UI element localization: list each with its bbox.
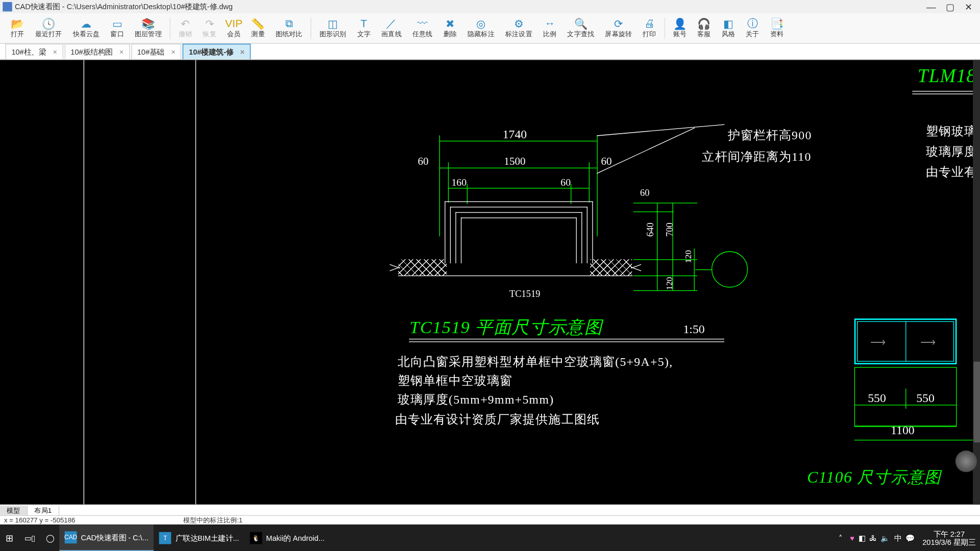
right-note: 玻璃厚度(5m [926,143,980,160]
tool-icon: 📑 [770,17,783,30]
tool-隐藏标注[interactable]: ◎隐藏标注 [462,16,500,41]
tool-图形识别[interactable]: ◫图形识别 [314,16,352,41]
close-button[interactable]: ✕ [960,1,978,13]
tool-icon: ◎ [474,17,487,30]
tool-label: 测量 [251,30,264,39]
drawing-canvas[interactable]: 1740 60 1500 60 160 60 护窗栏杆高900 立杆间净距离为1… [0,60,980,504]
tool-label: 屏幕旋转 [605,30,632,39]
tool-最近打开[interactable]: 🕓最近打开 [30,16,67,41]
tool-任意线[interactable]: 〰任意线 [407,16,438,41]
tray-icon[interactable]: ◧ [856,524,867,551]
note-line: 由专业有设计资质厂家提供施工图纸 [395,412,600,428]
dimension-640: 640 [645,222,656,237]
tool-icon: ◧ [722,17,735,30]
note-line: 北向凸窗采用塑料型材单框中空玻璃窗(5+9A+5), [398,354,673,370]
tool-关于[interactable]: ⓘ关于 [741,16,765,41]
tool-icon: VIP [227,17,240,30]
document-tabs: 10#柱、梁×10#板结构图×10#基础×10#楼建筑-修× [0,44,980,60]
tab-close-icon[interactable]: × [240,48,244,56]
tool-文字查找[interactable]: 🔍文字查找 [562,16,600,41]
cortana-icon[interactable]: ◯ [40,524,59,551]
taskbar-clock[interactable]: 下午 2:27 2019/3/6 星期三 [917,530,980,546]
tool-label: 资料 [770,30,783,39]
tool-label: 删除 [444,30,457,39]
tool-label: 文字查找 [567,30,594,39]
tool-画直线[interactable]: ／画直线 [376,16,407,41]
app-icon: T [159,532,172,544]
tab-10#板结构图[interactable]: 10#板结构图× [64,44,130,59]
taskbar-app[interactable]: CADCAD快速看图 - C:\... [59,524,154,551]
rail-spacing-note: 立杆间净距离为110 [702,149,811,165]
tool-会员[interactable]: VIP会员 [222,16,246,41]
tool-icon: 📂 [11,17,24,30]
tool-label: 快看云盘 [73,30,100,39]
layout-tabs: 模型 布局1 [0,505,980,515]
vertical-scrollbar[interactable] [973,60,980,504]
tool-icon: ⟳ [612,17,625,30]
tool-label: 任意线 [412,30,433,39]
tool-icon: ✖ [444,17,457,30]
tool-比例[interactable]: ↔比例 [537,16,562,41]
tool-资料[interactable]: 📑资料 [765,16,789,41]
tool-icon: 〰 [415,17,429,30]
start-button[interactable]: ⊞ [0,524,19,551]
tool-屏幕旋转[interactable]: ⟳屏幕旋转 [600,16,638,41]
user-avatar[interactable] [955,450,977,472]
scroll-thumb[interactable] [973,362,980,442]
tool-图纸对比[interactable]: ⧉图纸对比 [270,16,308,41]
tool-风格[interactable]: ◧风格 [716,16,741,41]
tool-标注设置[interactable]: ⚙标注设置 [500,16,537,41]
dimension-120: 120 [683,250,694,263]
tab-close-icon[interactable]: × [119,48,124,56]
maximize-button[interactable]: ▢ [941,1,960,13]
taskbar-app[interactable]: T广联达BIM土建计... [154,524,244,551]
minimize-button[interactable]: — [922,1,941,13]
tab-10#柱、梁[interactable]: 10#柱、梁× [6,44,63,59]
tray-volume-icon[interactable]: 🔈 [878,524,892,551]
windows-taskbar: ⊞ ▭▯ ◯ CADCAD快速看图 - C:\...T广联达BIM土建计...🐧… [0,524,980,551]
tool-icon: ⚙ [512,17,525,30]
tab-10#基础[interactable]: 10#基础× [131,44,182,59]
right-note: 由专业有设计 [926,164,980,180]
dimension-120: 120 [664,277,675,290]
tool-label: 打开 [11,30,24,39]
window-title: CAD快速看图 - C:\Users\Administrator\Desktop… [15,2,233,12]
tab-layout1[interactable]: 布局1 [28,506,59,515]
scale-info: 模型中的标注比例:1 [183,515,243,524]
task-view[interactable]: ▭▯ [19,524,40,551]
window-tag: TC1519 [509,289,541,299]
tool-账号[interactable]: 👤账号 [668,16,692,41]
tray-ime-icon[interactable]: 中 [892,524,903,551]
tool-icon: ⓘ [746,17,759,30]
tray-icon[interactable]: ♥ [848,524,856,551]
tool-删除[interactable]: ✖删除 [438,16,462,41]
tool-icon: ／ [385,17,398,30]
tool-图层管理[interactable]: 📚图层管理 [129,16,167,41]
tool-icon: 🔍 [574,17,587,30]
coordinates: x = 160277 y = -505186 [4,516,75,524]
tray-up-icon[interactable]: ˄ [833,524,848,551]
tool-打开[interactable]: 📂打开 [6,16,30,41]
dimension-1740: 1740 [503,127,527,141]
tool-快看云盘[interactable]: ☁快看云盘 [67,16,105,41]
dimension-60: 60 [418,156,428,168]
tray-action-center-icon[interactable]: 💬 [903,524,917,551]
tool-撤销[interactable]: ↶撤销 [173,16,198,41]
tool-icon: ◫ [326,17,339,30]
tab-close-icon[interactable]: × [53,48,57,56]
tool-文字[interactable]: T文字 [352,16,376,41]
tray-network-icon[interactable]: 🖧 [867,524,878,551]
tab-close-icon[interactable]: × [171,48,175,56]
tool-恢复[interactable]: ↷恢复 [198,16,222,41]
tool-客服[interactable]: 🎧客服 [692,16,717,41]
tab-model[interactable]: 模型 [0,506,28,515]
tool-打印[interactable]: 🖨打印 [638,16,662,41]
dimension-550: 550 [868,391,886,406]
tool-icon: ☁ [80,17,93,30]
tab-10#楼建筑-修[interactable]: 10#楼建筑-修× [183,44,251,59]
rail-height-note: 护窗栏杆高900 [728,127,812,143]
tool-测量[interactable]: 📏测量 [246,16,271,41]
taskbar-app[interactable]: 🐧Makii的 Android... [244,524,330,551]
tool-窗口[interactable]: ▭窗口 [105,16,130,41]
dimension-60: 60 [560,177,571,188]
